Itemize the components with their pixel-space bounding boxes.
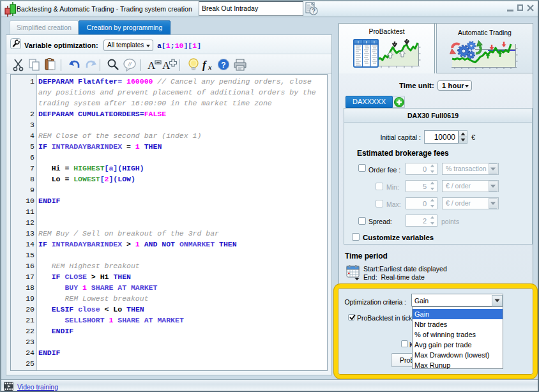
svg-text:A: A bbox=[162, 59, 171, 72]
svg-text:f: f bbox=[202, 59, 208, 71]
svg-text:?: ? bbox=[221, 61, 225, 70]
svg-text:?: ? bbox=[312, 8, 315, 15]
svg-text:x: x bbox=[208, 63, 212, 71]
svg-text:A: A bbox=[148, 59, 156, 72]
